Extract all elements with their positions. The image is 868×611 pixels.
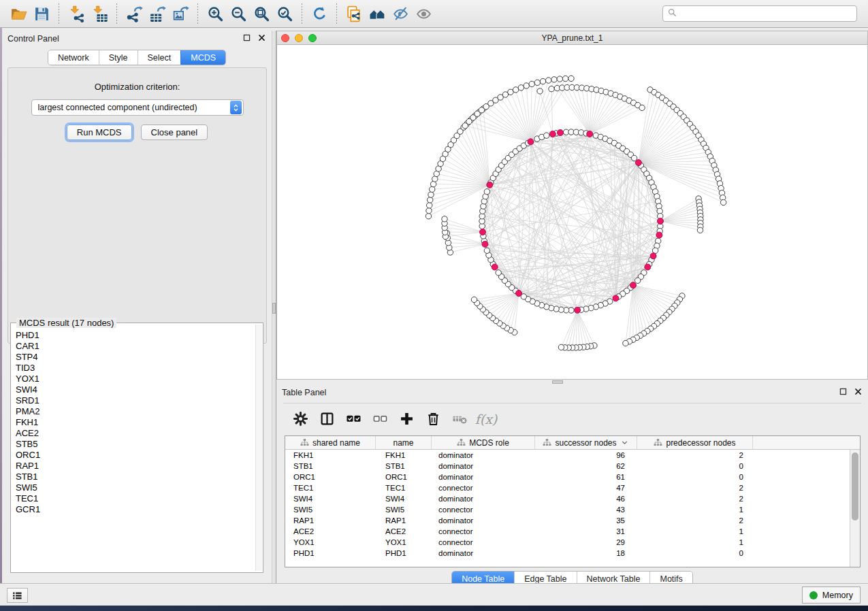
table-row[interactable]: YOX1YOX1connector291 — [285, 537, 849, 548]
export-image-icon[interactable] — [169, 2, 192, 25]
splitter-grip[interactable] — [552, 380, 563, 384]
close-window-icon[interactable] — [281, 34, 289, 42]
columns-icon[interactable] — [315, 408, 338, 431]
show-panels-list-button[interactable] — [7, 588, 28, 603]
search-box[interactable] — [662, 5, 857, 22]
toolbar-separator — [336, 3, 337, 24]
add-row-icon[interactable] — [395, 408, 418, 431]
tab-network[interactable]: Network — [48, 50, 99, 65]
tree-icon — [543, 438, 551, 447]
column-header-predecessor-nodes[interactable]: predecessor nodes — [637, 436, 753, 449]
network-graph-canvas[interactable] — [277, 45, 867, 379]
network-home-icon[interactable] — [366, 2, 389, 25]
column-header-filler — [753, 436, 860, 449]
float-panel-icon[interactable] — [242, 33, 251, 45]
tab-mcds[interactable]: MCDS — [180, 50, 225, 65]
control-panel: Control Panel NetworkStyleSelectMCDS Opt… — [2, 31, 272, 583]
result-node-item[interactable]: ACE2 — [12, 428, 255, 439]
horizontal-splitter[interactable] — [276, 380, 868, 384]
result-node-item[interactable]: ORC1 — [12, 450, 255, 461]
table-cell: connector — [432, 538, 535, 546]
import-table-icon[interactable] — [88, 2, 111, 25]
table-row[interactable]: STB1STB1dominator620 — [285, 461, 849, 472]
table-cell: dominator — [432, 495, 535, 503]
result-node-item[interactable]: SWI5 — [12, 482, 255, 493]
result-node-item[interactable]: PMA2 — [12, 406, 255, 417]
control-panel-title: Control Panel — [7, 34, 59, 44]
table-cell: 31 — [535, 527, 637, 535]
zoom-selected-icon[interactable] — [273, 2, 296, 25]
result-node-item[interactable]: YOX1 — [12, 374, 255, 384]
zoom-out-icon[interactable] — [227, 2, 250, 25]
float-panel-icon[interactable] — [839, 386, 848, 399]
table-cell: SWI5 — [285, 506, 376, 514]
table-cell: 62 — [535, 462, 637, 470]
hide-unselected-icon[interactable] — [389, 2, 412, 25]
vertical-splitter[interactable] — [272, 31, 276, 583]
share-document-icon[interactable] — [342, 2, 366, 25]
result-node-item[interactable]: TEC1 — [12, 493, 255, 504]
tab-select[interactable]: Select — [138, 50, 181, 65]
import-network-icon[interactable] — [65, 2, 88, 25]
table-panel: Table Panel f(x) shared namenameMCDS rol… — [276, 384, 868, 583]
export-table-icon[interactable] — [146, 2, 169, 25]
column-header-name[interactable]: name — [376, 436, 432, 449]
close-panel-button[interactable]: Close panel — [141, 125, 208, 140]
table-cell: dominator — [432, 462, 535, 470]
table-scrollbar[interactable] — [850, 450, 860, 567]
table-row[interactable]: FKH1FKH1dominator962 — [285, 450, 849, 461]
table-cell: 47 — [535, 484, 637, 492]
result-node-item[interactable]: STB5 — [12, 439, 255, 450]
save-session-icon[interactable] — [30, 2, 53, 25]
memory-button[interactable]: Memory — [802, 587, 861, 604]
result-node-item[interactable]: GCR1 — [12, 504, 255, 515]
column-header-MCDS-role[interactable]: MCDS role — [432, 436, 535, 449]
run-mcds-button[interactable]: Run MCDS — [67, 125, 132, 140]
table-row[interactable]: PHD1PHD1dominator180 — [285, 548, 849, 559]
table-row[interactable]: SWI4SWI4dominator462 — [285, 493, 849, 504]
result-scrollbar[interactable] — [255, 325, 262, 571]
zoom-in-icon[interactable] — [204, 2, 227, 25]
open-session-icon[interactable] — [7, 2, 30, 25]
refresh-icon[interactable] — [308, 2, 331, 25]
select-all-icon[interactable] — [342, 408, 365, 431]
result-node-item[interactable]: STB1 — [12, 472, 255, 482]
table-row[interactable]: ACE2ACE2connector311 — [285, 526, 849, 537]
table-row[interactable]: ORC1ORC1dominator610 — [285, 472, 849, 482]
result-node-item[interactable]: STP4 — [12, 352, 255, 363]
column-header-successor-nodes[interactable]: successor nodes — [535, 436, 637, 449]
close-panel-icon[interactable] — [257, 33, 266, 45]
result-node-item[interactable]: RAP1 — [12, 461, 255, 472]
sort-desc-icon — [620, 438, 629, 447]
show-all-icon[interactable] — [412, 2, 435, 25]
column-header-shared-name[interactable]: shared name — [285, 436, 376, 449]
delete-row-icon[interactable] — [421, 408, 445, 431]
tab-style[interactable]: Style — [99, 50, 138, 65]
search-input[interactable] — [677, 7, 852, 20]
gear-icon[interactable] — [289, 408, 312, 431]
table-cell: 1 — [637, 538, 753, 546]
result-node-item[interactable]: FKH1 — [12, 417, 255, 428]
network-window-titlebar: YPA_prune.txt_1 — [277, 31, 867, 45]
splitter-grip[interactable] — [272, 303, 276, 314]
close-panel-icon[interactable] — [854, 386, 863, 399]
criterion-select[interactable]: largest connected component (undirected) — [31, 99, 244, 116]
scrollbar-thumb[interactable] — [852, 452, 858, 521]
mcds-result-list[interactable]: PHD1CAR1STP4TID3YOX1SWI4SRD1PMA2FKH1ACE2… — [12, 330, 255, 571]
main-toolbar — [0, 0, 868, 28]
result-node-item[interactable]: SWI4 — [12, 384, 255, 395]
result-node-item[interactable]: SRD1 — [12, 395, 255, 406]
result-node-item[interactable]: TID3 — [12, 363, 255, 374]
table-row[interactable]: TEC1TEC1connector472 — [285, 482, 849, 493]
export-network-icon[interactable] — [123, 2, 146, 25]
result-node-item[interactable]: CAR1 — [12, 341, 255, 352]
table-row[interactable]: SWI5SWI5connector431 — [285, 504, 849, 515]
minimize-window-icon[interactable] — [295, 34, 303, 42]
zoom-window-icon[interactable] — [308, 34, 317, 42]
deselect-all-icon[interactable] — [368, 408, 391, 431]
table-row[interactable]: RAP1RAP1dominator352 — [285, 515, 849, 526]
result-node-item[interactable]: PHD1 — [12, 330, 255, 341]
zoom-fit-icon[interactable] — [250, 2, 273, 25]
table-cell: YOX1 — [285, 538, 376, 546]
tree-icon — [300, 438, 309, 447]
